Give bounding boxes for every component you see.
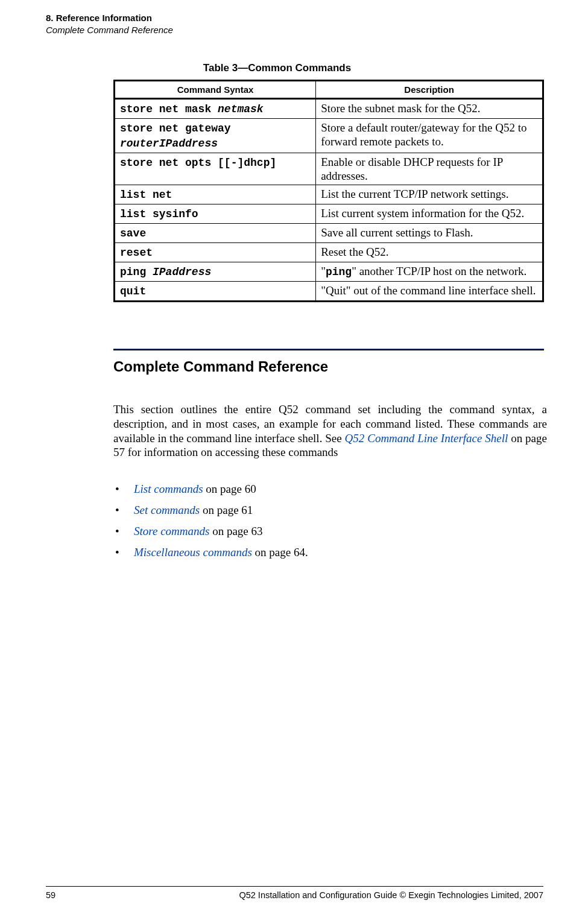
list-item: Set commands on page 61 bbox=[113, 504, 544, 517]
table-row: quit "Quit" out of the command line inte… bbox=[115, 281, 543, 301]
list-item: Miscellaneous commands on page 64. bbox=[113, 546, 544, 559]
list-item-text: on page 64. bbox=[252, 546, 308, 559]
page-header: 8. Reference Information Complete Comman… bbox=[46, 12, 173, 36]
footer-text: Q52 Installation and Configuration Guide… bbox=[239, 890, 543, 900]
xref-link[interactable]: List commands bbox=[134, 483, 203, 495]
footer-divider bbox=[46, 886, 543, 887]
list-item-text: on page 61 bbox=[200, 504, 253, 516]
description-cell: Save all current settings to Flash. bbox=[316, 224, 543, 243]
section-label: Complete Command Reference bbox=[46, 24, 173, 36]
list-item-text: on page 60 bbox=[203, 483, 256, 495]
bullet-list: List commands on page 60 Set commands on… bbox=[113, 483, 544, 567]
list-item: List commands on page 60 bbox=[113, 483, 544, 496]
xref-link[interactable]: Miscellaneous commands bbox=[134, 546, 252, 559]
table-row: save Save all current settings to Flash. bbox=[115, 224, 543, 243]
list-item-text: on page 63 bbox=[209, 525, 262, 537]
description-cell: Store a default router/gateway for the Q… bbox=[316, 118, 543, 153]
page-number: 59 bbox=[46, 890, 55, 900]
section-divider bbox=[113, 349, 544, 350]
table-row: ping IPaddress "ping" another TCP/IP hos… bbox=[115, 262, 543, 282]
page-footer: 59 Q52 Installation and Configuration Gu… bbox=[46, 890, 543, 900]
table-caption: Table 3—Common Commands bbox=[0, 62, 554, 74]
description-cell: "ping" another TCP/IP host on the networ… bbox=[316, 262, 543, 282]
command-syntax-cell: store net opts [[-]dhcp] bbox=[115, 153, 316, 185]
table-row: store net gateway routerIPaddress Store … bbox=[115, 118, 543, 153]
table-header-row: Command Syntax Description bbox=[115, 81, 543, 99]
xref-link[interactable]: Q52 Command Line Interface Shell bbox=[345, 432, 508, 445]
command-syntax-cell: store net gateway routerIPaddress bbox=[115, 118, 316, 153]
command-syntax-cell: reset bbox=[115, 243, 316, 262]
description-cell: Reset the Q52. bbox=[316, 243, 543, 262]
table-row: list sysinfo List current system informa… bbox=[115, 204, 543, 224]
section-heading: Complete Command Reference bbox=[113, 358, 328, 375]
common-commands-table: Command Syntax Description store net mas… bbox=[113, 80, 544, 302]
table-row: store net opts [[-]dhcp] Enable or disab… bbox=[115, 153, 543, 185]
xref-link[interactable]: Store commands bbox=[134, 525, 209, 537]
command-syntax-cell: save bbox=[115, 224, 316, 243]
table-row: store net mask netmask Store the subnet … bbox=[115, 99, 543, 119]
description-cell: List current system information for the … bbox=[316, 204, 543, 224]
description-cell: Enable or disable DHCP requests for IP a… bbox=[316, 153, 543, 185]
command-syntax-cell: ping IPaddress bbox=[115, 262, 316, 282]
command-syntax-cell: list net bbox=[115, 185, 316, 204]
description-cell: "Quit" out of the command line interface… bbox=[316, 281, 543, 301]
col-command-syntax: Command Syntax bbox=[115, 81, 316, 99]
command-syntax-cell: list sysinfo bbox=[115, 204, 316, 224]
description-cell: Store the subnet mask for the Q52. bbox=[316, 99, 543, 119]
xref-link[interactable]: Set commands bbox=[134, 504, 200, 516]
command-syntax-cell: quit bbox=[115, 281, 316, 301]
description-cell: List the current TCP/IP network settings… bbox=[316, 185, 543, 204]
col-description: Description bbox=[316, 81, 543, 99]
table-row: list net List the current TCP/IP network… bbox=[115, 185, 543, 204]
chapter-label: 8. Reference Information bbox=[46, 12, 173, 24]
command-syntax-cell: store net mask netmask bbox=[115, 99, 316, 119]
table-row: reset Reset the Q52. bbox=[115, 243, 543, 262]
list-item: Store commands on page 63 bbox=[113, 525, 544, 538]
body-paragraph: This section outlines the entire Q52 com… bbox=[113, 402, 547, 460]
